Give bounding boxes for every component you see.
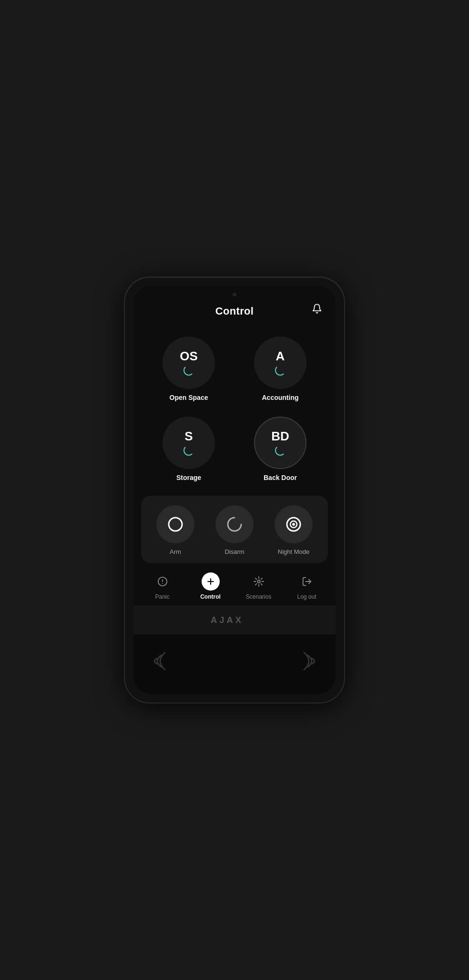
zone-spinner-s [184, 445, 194, 456]
nav-item-scenarios[interactable]: Scenarios [242, 572, 276, 600]
nav-item-logout[interactable]: Log out [290, 572, 324, 600]
controls-row: Arm Disarm [146, 505, 323, 555]
zone-abbr-s: S [184, 430, 193, 442]
night-mode-control[interactable]: Night Mode [272, 505, 315, 555]
nfc-reader-area [133, 634, 336, 694]
arm-control[interactable]: Arm [154, 505, 197, 555]
svg-point-0 [169, 518, 182, 531]
arm-label: Arm [170, 548, 181, 555]
night-mode-button[interactable] [275, 505, 313, 543]
zone-circle-bd: BD [254, 417, 306, 469]
device-frame: Control OS Open Space [125, 277, 344, 703]
zone-abbr-a: A [276, 350, 285, 362]
nav-item-panic[interactable]: Panic [145, 572, 180, 600]
nav-label-logout: Log out [297, 593, 316, 600]
zone-circle-a: A [254, 337, 306, 389]
zone-label-bd: Back Door [264, 474, 297, 481]
brand-bar: AJAX [133, 606, 336, 634]
scenarios-icon-wrap [250, 572, 268, 591]
zone-circle-s: S [163, 417, 215, 469]
zone-accounting[interactable]: A Accounting [234, 328, 326, 408]
page-title: Control [215, 305, 254, 317]
zone-spinner-bd [275, 445, 285, 456]
arm-button[interactable] [156, 505, 194, 543]
control-icon-wrap [202, 572, 220, 591]
zone-storage[interactable]: S Storage [143, 408, 234, 488]
zone-circle-os: OS [163, 337, 215, 389]
nfc-left-icon [148, 648, 174, 679]
svg-point-9 [257, 580, 260, 583]
svg-point-3 [293, 523, 295, 526]
zone-abbr-bd: BD [271, 430, 289, 442]
nav-item-control[interactable]: Control [194, 572, 228, 600]
logout-icon-wrap [298, 572, 316, 591]
zones-grid: OS Open Space A Accounting S [133, 323, 336, 493]
bottom-nav: Panic Control [133, 565, 336, 606]
notification-bell-icon[interactable] [312, 304, 322, 316]
disarm-control[interactable]: Disarm [213, 505, 256, 555]
zone-label-s: Storage [176, 474, 201, 481]
app-header: Control [133, 296, 336, 323]
disarm-button[interactable] [215, 505, 254, 543]
nav-label-control: Control [200, 593, 221, 600]
nfc-right-icon [295, 648, 321, 679]
night-mode-label: Night Mode [278, 548, 309, 555]
zone-spinner-a [275, 365, 285, 376]
zone-abbr-os: OS [180, 350, 198, 362]
zone-label-os: Open Space [170, 394, 208, 401]
brand-logo: AJAX [133, 613, 336, 629]
nav-label-panic: Panic [155, 593, 169, 600]
panic-icon-wrap [153, 572, 172, 591]
screen-area: Control OS Open Space [133, 286, 336, 694]
zone-spinner-os [184, 365, 194, 376]
controls-section: Arm Disarm [141, 496, 328, 563]
app-screen: Control OS Open Space [133, 296, 336, 694]
nav-label-scenarios: Scenarios [246, 593, 271, 600]
zone-open-space[interactable]: OS Open Space [143, 328, 234, 408]
front-camera [233, 293, 236, 296]
svg-text:AJAX: AJAX [211, 615, 244, 625]
disarm-label: Disarm [224, 548, 244, 555]
zone-back-door[interactable]: BD Back Door [234, 408, 326, 488]
zone-label-a: Accounting [262, 394, 299, 401]
